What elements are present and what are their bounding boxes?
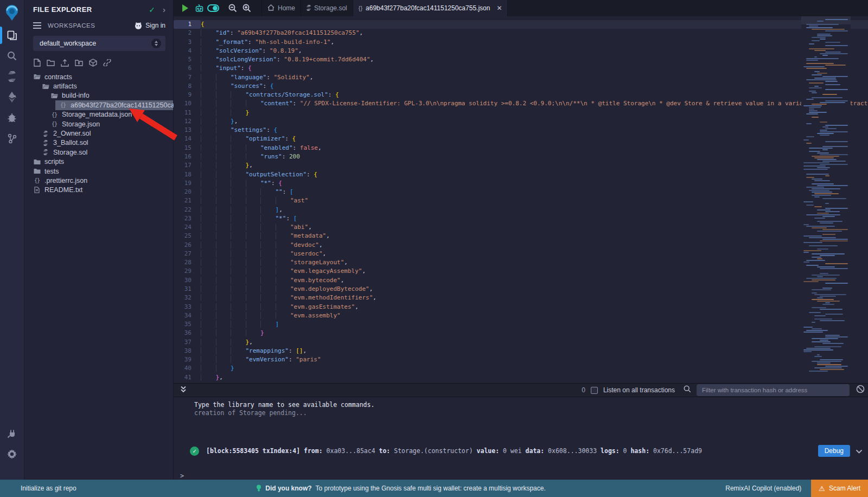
line-number: 29 [174, 267, 201, 276]
copilot-status[interactable]: RemixAI Copilot (enabled) [725, 485, 801, 492]
tree-item-storage-sol[interactable]: Storage.sol [24, 148, 173, 157]
tree-item-build-info[interactable]: build-info [24, 91, 173, 100]
deploy-run-icon[interactable] [0, 87, 24, 107]
code-line-20[interactable]: 20 "": [ [174, 188, 868, 196]
line-number: 9 [174, 91, 201, 99]
github-icon [134, 22, 143, 29]
search-icon[interactable] [0, 46, 24, 66]
link-icon[interactable] [103, 59, 111, 67]
tree-item-readme-txt[interactable]: README.txt [24, 186, 173, 195]
code-line-9[interactable]: 9 "contracts/Storage.sol": { [174, 91, 868, 99]
debugger-icon[interactable] [0, 107, 24, 128]
code-line-11[interactable]: 11 } [174, 109, 868, 117]
file-explorer-icon[interactable] [0, 25, 24, 46]
new-file-icon[interactable] [34, 59, 41, 67]
code-line-30[interactable]: 30 "evm.bytecode", [174, 276, 868, 285]
workspace-stepper-icon[interactable] [151, 39, 161, 48]
tx-filter-input[interactable] [697, 384, 850, 396]
terminal-collapse-icon[interactable] [180, 385, 187, 395]
terminal-prompt[interactable]: > [180, 472, 184, 480]
code-line-27[interactable]: 27 "userdoc", [174, 250, 868, 258]
code-line-10[interactable]: 10 "content": "// SPDX-License-Identifie… [174, 99, 868, 108]
code-line-17[interactable]: 17 }, [174, 161, 868, 170]
tree-item-artifacts[interactable]: artifacts [24, 81, 173, 91]
git-icon[interactable] [0, 128, 24, 149]
tab-close-icon[interactable]: ✕ [496, 4, 502, 12]
code-line-16[interactable]: 16 "runs": 200 [174, 152, 868, 161]
minimap[interactable] [801, 16, 851, 382]
code-line-36[interactable]: 36 } [174, 329, 868, 337]
code-line-34[interactable]: 34 "evm.assembly" [174, 311, 868, 320]
settings-icon[interactable] [0, 444, 24, 464]
code-line-24[interactable]: 24 "abi", [174, 223, 868, 232]
code-line-28[interactable]: 28 "storageLayout", [174, 258, 868, 267]
ai-assistant-icon[interactable] [192, 0, 206, 16]
code-line-31[interactable]: 31 "evm.deployedBytecode", [174, 285, 868, 294]
upload-folder-icon[interactable] [75, 59, 83, 67]
code-line-14[interactable]: 14 "optimizer": { [174, 135, 868, 143]
terminal-log-line: creation of Storage pending... [174, 409, 868, 417]
code-line-23[interactable]: 23 "*": [ [174, 214, 868, 223]
code-editor[interactable]: 1{2 "id": "a69b43f277ba20fcac141151250ca… [174, 16, 868, 383]
code-line-1[interactable]: 1{ [174, 20, 868, 29]
run-script-icon[interactable] [178, 0, 192, 16]
scam-alert-button[interactable]: ⚠ Scam Alert [811, 480, 868, 497]
minimap-slider[interactable] [801, 16, 851, 24]
code-line-12[interactable]: 12 }, [174, 117, 868, 126]
code-line-18[interactable]: 18 "outputSelection": { [174, 170, 868, 179]
code-line-4[interactable]: 4 "solcVersion": "0.8.19", [174, 47, 868, 55]
new-folder-icon[interactable] [47, 59, 55, 67]
solidity-compiler-icon[interactable] [0, 66, 24, 87]
annotation-arrow [123, 103, 183, 142]
tab-a69b43f277ba20fcac141151250ca755-json[interactable]: {}a69b43f277ba20fcac141151250ca755.json✕ [353, 0, 508, 16]
tree-item-tests[interactable]: tests [24, 167, 173, 176]
debug-button[interactable]: Debug [818, 445, 850, 457]
plugin-manager-icon[interactable] [0, 423, 24, 444]
code-line-35[interactable]: 35 ] [174, 320, 868, 329]
code-line-33[interactable]: 33 "evm.gasEstimates", [174, 303, 868, 311]
code-line-13[interactable]: 13 "settings": { [174, 126, 868, 135]
code-line-26[interactable]: 26 "devdoc", [174, 241, 868, 250]
code-line-6[interactable]: 6 "input": { [174, 64, 868, 73]
code-line-40[interactable]: 40 } [174, 364, 868, 373]
clear-console-icon[interactable] [856, 385, 865, 396]
code-line-5[interactable]: 5 "solcLongVersion": "0.8.19+commit.7dd6… [174, 55, 868, 64]
publish-ipfs-icon[interactable] [89, 59, 97, 67]
transaction-log-row[interactable]: ✓ [block:5583405 txIndex:4] from: 0xa03.… [190, 445, 863, 457]
json-icon: {} [59, 102, 67, 108]
line-content: "optimizer": { [201, 135, 296, 142]
code-line-39[interactable]: 39 "evmVersion": "paris" [174, 355, 868, 364]
tab-storage-sol[interactable]: Storage.sol [301, 0, 353, 16]
code-line-22[interactable]: 22 ], [174, 206, 868, 214]
code-line-32[interactable]: 32 "evm.methodIdentifiers", [174, 294, 868, 302]
panel-title: FILE EXPLORER [33, 5, 149, 14]
code-line-38[interactable]: 38 "remappings": [], [174, 347, 868, 355]
code-line-37[interactable]: 37 }, [174, 338, 868, 347]
git-init-button[interactable]: Initialize as git repo [21, 485, 76, 492]
code-line-15[interactable]: 15 "enabled": false, [174, 144, 868, 152]
code-line-3[interactable]: 3 "_format": "hh-sol-build-info-1", [174, 38, 868, 47]
zoom-in-icon[interactable] [240, 0, 254, 16]
code-line-19[interactable]: 19 "*": { [174, 179, 868, 188]
upload-file-icon[interactable] [61, 59, 69, 67]
code-line-8[interactable]: 8 "sources": { [174, 82, 868, 91]
terminal-search-icon[interactable] [684, 385, 691, 395]
panel-expand-chevron-icon[interactable]: › [163, 5, 165, 14]
tree-item-scripts[interactable]: scripts [24, 157, 173, 167]
toggle-icon[interactable] [206, 0, 220, 16]
tx-expand-chevron-icon[interactable] [856, 446, 863, 456]
listen-checkbox[interactable] [591, 387, 598, 394]
workspace-menu-icon[interactable] [33, 22, 41, 29]
code-line-21[interactable]: 21 "ast" [174, 196, 868, 205]
code-line-7[interactable]: 7 "language": "Solidity", [174, 73, 868, 82]
zoom-out-icon[interactable] [226, 0, 240, 16]
code-line-41[interactable]: 41 }, [174, 373, 868, 382]
code-line-2[interactable]: 2 "id": "a69b43f277ba20fcac141151250ca75… [174, 29, 868, 37]
code-line-25[interactable]: 25 "metadata", [174, 232, 868, 240]
tab-home[interactable]: Home [261, 0, 301, 16]
sign-in-button[interactable]: Sign in [134, 22, 165, 29]
code-line-29[interactable]: 29 "evm.legacyAssembly", [174, 267, 868, 276]
workspace-select[interactable]: default_workspace [33, 36, 165, 51]
tree-item--prettierrc-json[interactable]: {}.prettierrc.json [24, 176, 173, 185]
tree-item-contracts[interactable]: contracts [24, 72, 173, 81]
